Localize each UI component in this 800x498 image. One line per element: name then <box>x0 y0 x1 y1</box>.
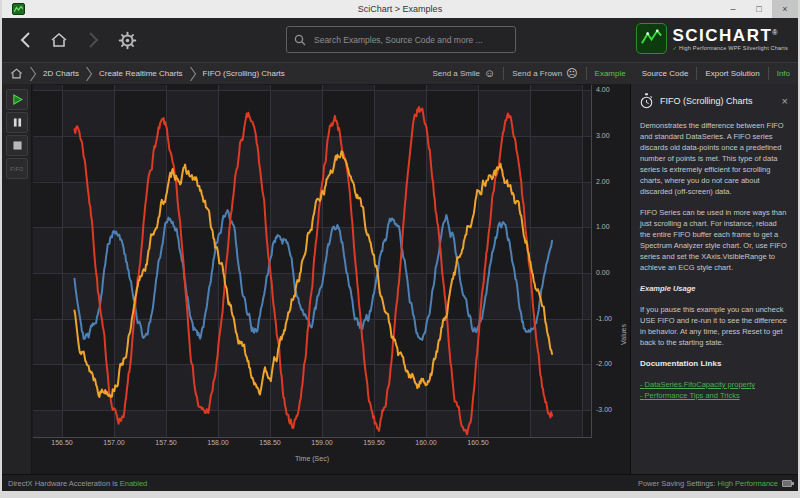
x-tick-label: 156.50 <box>51 439 72 446</box>
breadcrumb-item-create-realtime-charts[interactable]: Create Realtime Charts <box>99 69 183 78</box>
x-tick-label: 158.00 <box>207 439 228 446</box>
description-paragraph: FIFO Series can be used in more ways tha… <box>640 207 789 273</box>
y-tick-label: 1.00 <box>596 223 610 230</box>
back-button[interactable] <box>14 27 36 53</box>
link-fifocapacity-property[interactable]: DataSeries.FifoCapacity property <box>640 379 789 390</box>
x-tick-label: 157.50 <box>155 439 176 446</box>
description-paragraph: Demonstrates the difference between FIFO… <box>640 120 789 197</box>
breadcrumb-home-icon[interactable] <box>10 67 23 80</box>
stop-button[interactable] <box>6 135 28 156</box>
y-tick-label: -3.00 <box>596 406 612 413</box>
chevron-right-icon <box>189 66 197 82</box>
y-tick-label: -1.00 <box>596 315 612 322</box>
y-tick-label: 0.00 <box>596 269 610 276</box>
stopwatch-icon <box>639 93 654 109</box>
x-tick-label: 159.50 <box>363 439 384 446</box>
usage-paragraph: If you pause this example you can unchec… <box>640 304 789 348</box>
logo-brand-text: SCICHART <box>672 26 772 45</box>
x-tick-label: 160.00 <box>415 439 436 446</box>
search-input[interactable] <box>312 34 508 46</box>
send-smile-button[interactable]: Send a Smile☺ <box>424 63 503 84</box>
info-panel: FIFO (Scrolling) Charts × Demonstrates t… <box>630 84 798 474</box>
y-tick-label: 3.00 <box>596 132 610 139</box>
x-tick-label: 158.50 <box>259 439 280 446</box>
scichart-logo: SCICHART® ✓ High Performance WPF Silverl… <box>636 23 788 54</box>
chart-control-rail: FIFO <box>2 84 32 474</box>
hardware-acceleration-status: DirectX Hardware Acceleration is Enabled <box>8 479 147 488</box>
breadcrumb: 2D Charts Create Realtime Charts FIFO (S… <box>2 66 285 82</box>
info-panel-title: FIFO (Scrolling) Charts <box>660 96 774 106</box>
y-tick-label: 4.00 <box>596 86 610 93</box>
title-bar: SciChart > Examples – □ × <box>2 0 798 18</box>
play-button[interactable] <box>6 89 28 110</box>
x-tick-label: 157.00 <box>103 439 124 446</box>
tab-source-code[interactable]: Source Code <box>634 63 697 84</box>
maximize-button[interactable]: □ <box>746 0 772 18</box>
close-button[interactable]: × <box>772 0 798 18</box>
x-tick-label: 159.00 <box>311 439 332 446</box>
app-icon <box>12 3 25 15</box>
pause-button[interactable] <box>6 112 28 133</box>
forward-button[interactable] <box>82 27 104 53</box>
minimize-button[interactable]: – <box>720 0 746 18</box>
settings-gear-icon[interactable] <box>116 27 138 53</box>
example-usage-heading: Example Usage <box>640 283 789 294</box>
smile-icon: ☺ <box>484 68 495 79</box>
fifo-chart-canvas[interactable] <box>33 85 592 438</box>
logo-registered-mark: ® <box>772 28 777 35</box>
search-icon <box>294 34 306 46</box>
logo-tagline: ✓ High Performance WPF Silverlight Chart… <box>672 45 788 51</box>
fifo-chart: 4.003.002.001.000.00-1.00-2.00-3.00 Valu… <box>32 84 630 474</box>
scichart-logo-icon <box>636 23 667 54</box>
x-axis-title: Time (Sec) <box>33 455 591 462</box>
breadcrumb-bar: 2D Charts Create Realtime Charts FIFO (S… <box>2 62 798 84</box>
frown-icon: ☹ <box>566 68 577 79</box>
link-performance-tips[interactable]: Performance Tips and Tricks <box>640 390 789 401</box>
power-saving-status: Power Saving Settings: High Performance <box>638 479 792 488</box>
info-panel-close-icon[interactable]: × <box>780 96 790 107</box>
y-axis: 4.003.002.001.000.00-1.00-2.00-3.00 <box>594 85 624 437</box>
search-box <box>286 26 516 53</box>
fifo-toggle-button[interactable]: FIFO <box>6 158 28 179</box>
window-title: SciChart > Examples <box>358 4 442 14</box>
y-axis-title: Values <box>620 324 627 345</box>
doc-links-heading: Documentation Links <box>640 358 789 369</box>
status-bar: DirectX Hardware Acceleration is Enabled… <box>2 474 798 491</box>
x-tick-label: 160.50 <box>467 439 488 446</box>
breadcrumb-item-fifo-scrolling-charts[interactable]: FIFO (Scrolling) Charts <box>203 69 285 78</box>
application-window: SciChart > Examples – □ × <box>0 0 800 498</box>
breadcrumb-item-2d-charts[interactable]: 2D Charts <box>43 69 79 78</box>
tab-info[interactable]: Info <box>769 63 798 84</box>
x-axis: 156.50157.00157.50158.00158.50159.00159.… <box>33 439 591 451</box>
tab-export-solution[interactable]: Export Solution <box>697 63 767 84</box>
tab-example[interactable]: Example <box>587 63 634 84</box>
chevron-right-icon <box>29 66 37 82</box>
chevron-right-icon <box>85 66 93 82</box>
send-frown-button[interactable]: Send a Frown☹ <box>504 63 585 84</box>
power-plan-icon <box>782 480 792 487</box>
y-tick-label: -2.00 <box>596 360 612 367</box>
home-button[interactable] <box>48 27 70 53</box>
main-toolbar: SCICHART® ✓ High Performance WPF Silverl… <box>2 18 798 62</box>
y-tick-label: 2.00 <box>596 178 610 185</box>
